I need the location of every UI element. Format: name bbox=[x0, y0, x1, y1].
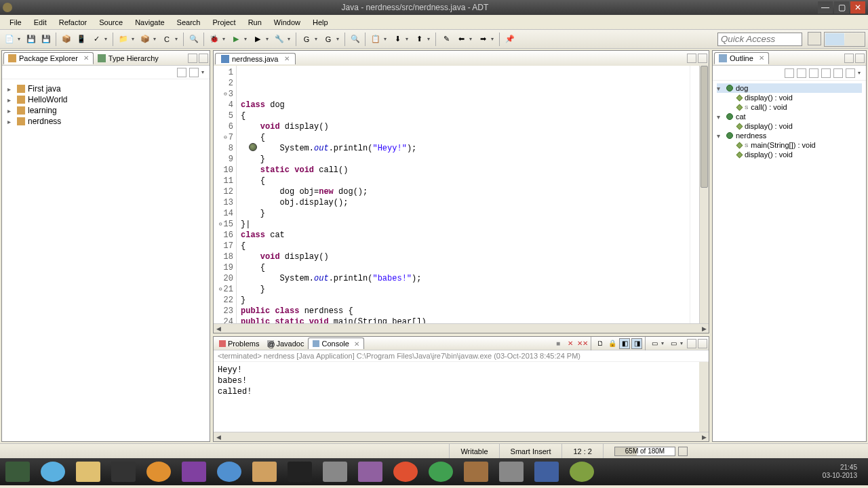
taskbar-app-icon[interactable] bbox=[111, 462, 136, 482]
close-icon[interactable]: ✕ bbox=[759, 54, 764, 62]
minimize-view-icon[interactable] bbox=[188, 54, 197, 63]
taskbar-netbeans-icon[interactable] bbox=[252, 462, 277, 482]
focus-icon[interactable] bbox=[846, 68, 855, 78]
external-tools-icon[interactable]: 🔧 bbox=[273, 33, 286, 46]
view-menu-icon[interactable]: ▾ bbox=[201, 69, 207, 75]
vertical-scrollbar[interactable] bbox=[699, 66, 709, 323]
forward-icon[interactable]: ➡ bbox=[476, 33, 490, 46]
console-vertical-scrollbar[interactable] bbox=[699, 362, 709, 432]
open-console-icon[interactable]: ▭ bbox=[668, 338, 679, 349]
outline-menu-icon[interactable]: ▾ bbox=[858, 70, 863, 76]
minimize-button[interactable]: — bbox=[818, 1, 833, 14]
new-project-icon[interactable]: 📁 bbox=[117, 33, 130, 46]
taskbar-eclipse-icon[interactable] bbox=[534, 462, 559, 482]
save-icon[interactable]: 💾 bbox=[24, 33, 38, 46]
code-editor[interactable]: class dog{ void display() { System.out.p… bbox=[237, 66, 690, 323]
hide-local-icon[interactable] bbox=[833, 68, 843, 78]
project-tree[interactable]: ▸First java ▸HelloWorld ▸learning ▸nerdn… bbox=[2, 79, 210, 441]
debug-icon[interactable]: 🐞 bbox=[208, 33, 221, 46]
sort-icon[interactable] bbox=[785, 68, 794, 78]
link-editor-icon[interactable] bbox=[189, 68, 199, 77]
taskbar-printer-icon[interactable] bbox=[323, 462, 347, 482]
taskbar-app-icon[interactable] bbox=[5, 462, 30, 482]
outline-node[interactable]: ▾cat bbox=[717, 112, 862, 121]
minimize-editor-icon[interactable] bbox=[687, 54, 696, 63]
collapse-all-icon[interactable] bbox=[177, 68, 186, 77]
toggle-mark-icon[interactable]: 📋 bbox=[369, 33, 382, 46]
taskbar-app-icon[interactable] bbox=[358, 462, 382, 482]
outline-node[interactable]: ▾nerdness bbox=[717, 131, 862, 140]
minimize-outline-icon[interactable] bbox=[844, 54, 854, 63]
new-junit-icon[interactable]: G bbox=[321, 33, 335, 46]
maximize-editor-icon[interactable] bbox=[698, 54, 707, 63]
taskbar-app-icon[interactable] bbox=[499, 462, 524, 482]
console-output[interactable]: Heyy!babes!called! bbox=[214, 362, 699, 432]
new-package-icon[interactable]: 📦 bbox=[138, 33, 152, 46]
console-horizontal-scrollbar[interactable]: ◀▶ bbox=[214, 432, 709, 441]
tab-javadoc[interactable]: @Javadoc bbox=[263, 338, 308, 349]
taskbar-hp-icon[interactable] bbox=[41, 462, 65, 482]
new-dropdown[interactable]: ▾ bbox=[18, 36, 23, 42]
outline-node[interactable]: Scall() : void bbox=[717, 102, 862, 112]
menu-file[interactable]: File bbox=[4, 17, 27, 28]
back-icon[interactable]: ⬅ bbox=[454, 33, 468, 46]
pin-console-icon[interactable]: ◨ bbox=[631, 338, 642, 349]
scroll-lock-icon[interactable]: 🔒 bbox=[607, 338, 618, 349]
maximize-outline-icon[interactable] bbox=[855, 54, 865, 63]
outline-tree[interactable]: ▾dogdisplay() : voidScall() : void▾catdi… bbox=[713, 81, 866, 162]
maximize-button[interactable]: ▢ bbox=[834, 1, 849, 14]
display-selected-icon[interactable]: ▭ bbox=[649, 338, 660, 349]
line-number-gutter[interactable]: 12⊖3456⊖7891011121314⊖151617181920⊖21222… bbox=[214, 66, 237, 323]
system-tray[interactable]: 21:45 03-10-2013 bbox=[823, 464, 863, 480]
ddms-perspective-button[interactable] bbox=[845, 33, 864, 45]
tab-package-explorer[interactable]: Package Explorer ✕ bbox=[3, 52, 94, 64]
close-button[interactable]: ✕ bbox=[850, 1, 865, 14]
new-icon[interactable]: 📄 bbox=[3, 33, 16, 46]
project-learning[interactable]: ▸learning bbox=[7, 105, 204, 116]
save-all-icon[interactable]: 💾 bbox=[39, 33, 53, 46]
menu-run[interactable]: Run bbox=[243, 17, 267, 28]
heap-status[interactable]: 65M of 180M bbox=[603, 444, 698, 458]
lint-icon[interactable]: ✓ bbox=[90, 33, 103, 46]
run-last-icon[interactable]: ▶ bbox=[251, 33, 264, 46]
last-edit-icon[interactable]: ✎ bbox=[439, 33, 453, 46]
tab-problems[interactable]: Problems bbox=[215, 338, 263, 349]
close-icon[interactable]: ✕ bbox=[354, 340, 359, 348]
menu-edit[interactable]: Edit bbox=[28, 17, 52, 28]
new-class-icon[interactable]: C bbox=[160, 33, 174, 46]
maximize-view-icon[interactable] bbox=[199, 54, 208, 63]
menu-refactor[interactable]: Refactor bbox=[54, 17, 93, 28]
pin-icon[interactable]: 📌 bbox=[503, 33, 517, 46]
taskbar-globe-icon[interactable] bbox=[570, 462, 594, 482]
menu-navigate[interactable]: Navigate bbox=[130, 17, 170, 28]
outline-node[interactable]: ▾dog bbox=[717, 83, 862, 93]
menu-search[interactable]: Search bbox=[172, 17, 206, 28]
sdk-manager-icon[interactable]: 📦 bbox=[60, 33, 73, 46]
project-nerdness[interactable]: ▸nerdness bbox=[7, 116, 204, 127]
remove-launch-icon[interactable]: ✕ bbox=[565, 338, 576, 349]
horizontal-scrollbar[interactable]: ◀▶ bbox=[214, 323, 709, 333]
clear-console-icon[interactable]: 🗋 bbox=[595, 338, 606, 349]
project-first-java[interactable]: ▸First java bbox=[7, 83, 204, 94]
outline-node[interactable]: display() : void bbox=[717, 150, 862, 159]
hide-nonpublic-icon[interactable] bbox=[821, 68, 831, 78]
quick-access-input[interactable] bbox=[717, 33, 802, 46]
hide-static-icon[interactable] bbox=[809, 68, 818, 78]
tab-type-hierarchy[interactable]: Type Hierarchy bbox=[94, 53, 163, 64]
tab-console[interactable]: Console✕ bbox=[308, 338, 363, 349]
terminate-icon[interactable]: ■ bbox=[553, 338, 564, 349]
remove-all-icon[interactable]: ✕✕ bbox=[577, 338, 588, 349]
maximize-console-icon[interactable] bbox=[698, 339, 707, 348]
minimize-console-icon[interactable] bbox=[687, 339, 696, 348]
project-helloworld[interactable]: ▸HelloWorld bbox=[7, 94, 204, 105]
taskbar-explorer-icon[interactable] bbox=[76, 462, 100, 482]
menu-window[interactable]: Window bbox=[269, 17, 306, 28]
breakpoint-marker[interactable] bbox=[249, 143, 257, 151]
menu-help[interactable]: Help bbox=[307, 17, 334, 28]
open-type-icon[interactable]: 🔍 bbox=[187, 33, 201, 46]
prev-annotation-icon[interactable]: ⬆ bbox=[412, 33, 426, 46]
outline-node[interactable]: Smain(String[]) : void bbox=[717, 140, 862, 150]
gc-icon[interactable] bbox=[678, 447, 688, 456]
open-perspective-button[interactable] bbox=[808, 32, 821, 45]
taskbar-mp4-icon[interactable] bbox=[464, 462, 488, 482]
